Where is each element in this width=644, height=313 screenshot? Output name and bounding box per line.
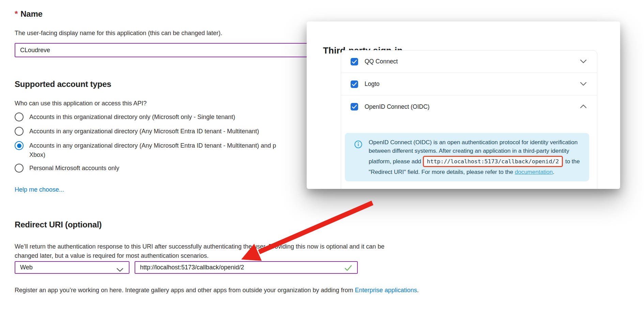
footer-text-after: . <box>417 287 419 294</box>
radio-circle[interactable] <box>15 113 24 121</box>
redirect-uri-description: We’ll return the authentication response… <box>15 242 384 260</box>
chevron-down-icon <box>117 266 123 273</box>
radio-label-line1: Accounts in any organizational directory… <box>29 141 276 150</box>
radio-option-multitenant-personal[interactable]: Accounts in any organizational directory… <box>15 141 276 160</box>
enterprise-applications-link[interactable]: Enterprise applications <box>355 287 417 294</box>
checkbox-checked-icon[interactable] <box>351 58 358 65</box>
checkbox-checked-icon[interactable] <box>351 103 358 110</box>
help-me-choose-link[interactable]: Help me choose... <box>15 186 64 193</box>
radio-label: Accounts in any organizational directory… <box>29 141 276 160</box>
info-text-after: . <box>553 169 554 175</box>
name-field-description: The user-facing display name for this ap… <box>15 29 222 38</box>
radio-option-personal-only[interactable]: Personal Microsoft accounts only <box>15 164 119 173</box>
connector-row-logto[interactable]: Logto <box>341 73 597 95</box>
redirect-uri-description-line1: We’ll return the authentication response… <box>15 242 384 251</box>
valid-checkmark-icon <box>344 265 352 273</box>
third-party-sign-in-panel: Third-party sign-in QQ Connect Logto <box>307 21 620 189</box>
radio-circle-selected[interactable] <box>15 141 24 150</box>
connectors-card: QQ Connect Logto OpenID Connect (OIDC) <box>341 50 597 189</box>
platform-select-value: Web <box>20 264 33 271</box>
radio-circle[interactable] <box>15 164 24 173</box>
chevron-down-icon[interactable] <box>580 81 587 87</box>
account-types-heading: Supported account types <box>15 79 111 89</box>
redirect-uri-value: http://localhost:5173/callback/openid/2 <box>140 264 244 271</box>
chevron-up-icon[interactable] <box>580 104 587 110</box>
oidc-info-text: OpenID Connect (OIDC) is an open authent… <box>369 138 581 176</box>
radio-label-line2: Xbox) <box>29 150 276 160</box>
footer-text-before: Register an app you’re working on here. … <box>15 287 355 294</box>
redirect-uri-input[interactable]: http://localhost:5173/callback/openid/2 <box>135 261 358 274</box>
account-types-question: Who can use this application or access t… <box>15 99 147 108</box>
connector-label: QQ Connect <box>365 58 398 65</box>
radio-label: Personal Microsoft accounts only <box>29 164 119 173</box>
radio-circle[interactable] <box>15 127 24 136</box>
oidc-info-callout: OpenID Connect (OIDC) is an open authent… <box>345 133 589 181</box>
connector-label: Logto <box>365 80 380 88</box>
radio-dot <box>17 144 21 148</box>
required-asterisk: * <box>15 9 18 18</box>
platform-select[interactable]: Web <box>15 261 129 274</box>
chevron-down-icon[interactable] <box>580 59 587 65</box>
footer-note: Register an app you’re working on here. … <box>15 286 419 295</box>
connector-row-qq-connect[interactable]: QQ Connect <box>341 50 597 73</box>
connector-row-oidc[interactable]: OpenID Connect (OIDC) <box>341 95 597 118</box>
callback-url-highlight: http://localhost:5173/callback/openid/2 <box>423 156 563 167</box>
documentation-link[interactable]: documentation <box>515 169 553 175</box>
radio-label: Accounts in this organizational director… <box>29 113 235 122</box>
connector-label: OpenID Connect (OIDC) <box>365 103 430 110</box>
radio-option-multitenant[interactable]: Accounts in any organizational directory… <box>15 127 259 136</box>
redirect-uri-description-line2: changed later, but a value is required f… <box>15 251 384 260</box>
radio-label: Accounts in any organizational directory… <box>29 127 259 136</box>
app-registration-page: *Name The user-facing display name for t… <box>0 0 644 313</box>
info-icon <box>354 140 363 150</box>
app-name-value: CLoudreve <box>20 47 50 54</box>
redirect-uri-heading: Redirect URI (optional) <box>15 220 102 229</box>
name-heading-text: Name <box>20 9 43 18</box>
radio-option-single-tenant[interactable]: Accounts in this organizational director… <box>15 113 235 122</box>
name-field-heading: *Name <box>15 9 43 19</box>
checkbox-checked-icon[interactable] <box>351 80 358 88</box>
